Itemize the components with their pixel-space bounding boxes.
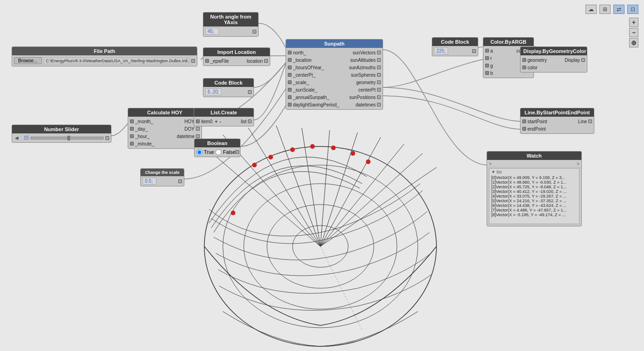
hoy-datetime-label: datetime [176, 134, 196, 139]
color-header: Color.ByARGB [483, 38, 533, 46]
node-codeblock1: Code Block 6..20; [203, 78, 254, 97]
slider-decrement[interactable]: ◀ [14, 135, 20, 140]
north-port-out [253, 30, 256, 33]
boolean-true-radio[interactable] [196, 149, 202, 155]
color-g-label: g [489, 63, 494, 68]
sunpath-geometry-label: geometry [355, 80, 377, 85]
sunpath-sunazimuths-label: sunAzimuths [348, 65, 377, 70]
svg-point-23 [366, 159, 371, 164]
browse-button[interactable]: Browse... [14, 57, 42, 64]
svg-line-9 [302, 128, 320, 246]
north-value: 45; [205, 28, 219, 35]
boolean-true-label: True [204, 149, 214, 155]
svg-line-11 [320, 132, 358, 246]
cb2-header: Code Block [432, 38, 478, 46]
watch-list-label: ▼ list [491, 170, 577, 175]
svg-point-3 [267, 205, 374, 288]
svg-point-0 [204, 146, 436, 346]
sunpath-location-label: _location [292, 58, 313, 63]
scale-value: 0.5; [143, 178, 156, 185]
sunpath-geometry-port [377, 80, 381, 84]
node-change-scale: Change the scale 0.5; [140, 168, 184, 186]
node-import-location: Import Location _epwFile location [203, 47, 270, 66]
line-header: Line.ByStartPointEndPoint [520, 108, 594, 117]
slider-header: Number Slider [12, 125, 111, 133]
watch-input-arrow: > [489, 161, 492, 166]
zoom-fit-btn[interactable]: ⊕ [629, 38, 638, 47]
line-output-label: Line [577, 119, 588, 124]
svg-point-4 [293, 225, 348, 267]
watch-item-6: [6]Vector(X = 14.438, Y = -43.624, Z = .… [491, 203, 577, 208]
svg-line-15 [320, 167, 436, 246]
layout-btn[interactable]: ⊡ [627, 5, 638, 14]
slider-thumb[interactable] [67, 136, 70, 140]
sunpath-daylight-port [288, 103, 292, 106]
sunpath-centerpt-port-in [288, 73, 292, 77]
sunpath-daylight-label: daylightSavingPeriod_ [292, 102, 341, 107]
list-remove-btn[interactable]: - [219, 119, 222, 124]
hoy-minute-label: _minute_ [134, 141, 156, 146]
sunpath-north-label: north_ [292, 50, 307, 55]
display-port-out [581, 58, 585, 62]
sunpath-sunscale-port [288, 88, 292, 92]
hoy-month-port [130, 119, 134, 123]
display-output-label: Display [563, 58, 581, 63]
svg-point-17 [252, 163, 257, 167]
grid-btn[interactable]: ⊞ [599, 5, 611, 14]
svg-line-8 [276, 126, 320, 246]
sunpath-north-port [288, 51, 292, 54]
cb1-header: Code Block [203, 79, 254, 87]
cb1-value: 6..20; [205, 88, 221, 95]
svg-line-5 [204, 146, 320, 246]
slider-track[interactable] [31, 137, 104, 139]
svg-point-21 [331, 146, 336, 150]
cb2-port-out [472, 49, 476, 53]
svg-point-22 [351, 151, 355, 156]
line-endpoint-label: endPoint [526, 126, 547, 132]
transfer-btn[interactable]: ⇄ [613, 5, 624, 14]
node-display-geometry-color: Display.ByGeometryColor geometry Display… [520, 46, 587, 73]
hoy-hour-port [130, 134, 134, 138]
boolean-false-radio[interactable] [215, 149, 221, 155]
color-a-port [485, 49, 489, 53]
zoom-controls: + − ⊕ [629, 18, 638, 47]
sunpath-datetimes-port [377, 103, 381, 106]
sunpath-sunspheres-port [377, 73, 381, 77]
node-filepath: File Path Browse... C:\EnergyPlusV8-3-0\… [12, 46, 197, 66]
north-header: North angle from YAxis [203, 13, 258, 26]
color-b-label: b [489, 71, 494, 76]
sunpath-sunspheres-label: sunSpheres [350, 73, 377, 78]
watch-header: Watch [487, 152, 581, 160]
color-a-label: a [489, 48, 494, 53]
zoom-in-btn[interactable]: + [629, 18, 638, 27]
list-add-btn[interactable]: + [214, 119, 218, 124]
list-port-out [248, 119, 252, 123]
sunpath-sunaltitudes-label: sunAltitudes [349, 58, 377, 63]
color-r-label: r [489, 56, 493, 61]
hoy-month-label: _month_ [134, 119, 155, 124]
node-watch: Watch > > ▼ list [0]Vector(X = 49.009, Y… [487, 151, 582, 226]
import-header: Import Location [203, 48, 270, 56]
watch-item-2: [2]Vector(X = 45.725, Y = -9.048, Z = 1.… [491, 185, 577, 189]
scale-header: Change the scale [141, 169, 184, 176]
cloud-btn[interactable]: ☁ [585, 5, 597, 14]
sunpath-datetimes-label: datetimes [354, 102, 377, 107]
import-epwfile-port [205, 59, 209, 63]
sunpath-scale-port [288, 80, 292, 84]
display-color-port [522, 66, 526, 69]
sunpath-hoursofyear-port [288, 66, 292, 69]
node-codeblock2: Code Block 225; [432, 37, 478, 56]
hoy-datetime-port [196, 134, 200, 138]
import-location-label: location [246, 59, 264, 64]
import-epwfile-label: _epwFile [209, 59, 230, 64]
list-item0-port [196, 119, 200, 123]
slider-port-out [105, 136, 109, 140]
sunpath-sunscale-label: _sunScale_ [292, 87, 319, 93]
svg-point-20 [310, 144, 315, 149]
filepath-value: C:\EnergyPlusV8-3-0\WeatherData\USA_VA_S… [44, 58, 189, 64]
boolean-false-label: False [223, 149, 235, 155]
scale-port-out [178, 179, 182, 183]
color-b-port [485, 71, 489, 75]
display-color-label: color [526, 65, 539, 70]
zoom-out-btn[interactable]: − [629, 28, 638, 37]
